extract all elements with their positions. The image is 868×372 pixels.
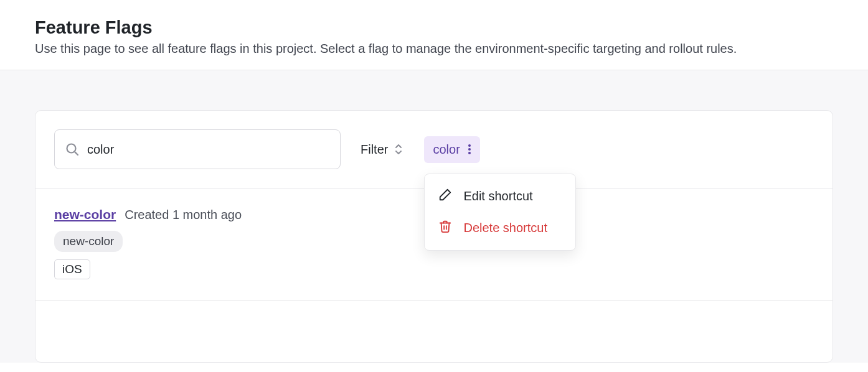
delete-shortcut-button[interactable]: Delete shortcut	[425, 212, 575, 244]
search-input[interactable]	[87, 142, 330, 157]
content-area: Filter color	[0, 70, 868, 363]
svg-point-4	[468, 152, 471, 154]
pencil-icon	[438, 188, 452, 205]
flag-tag-pill: new-color	[54, 231, 123, 252]
page-title: Feature Flags	[35, 17, 833, 38]
edit-shortcut-label: Edit shortcut	[463, 189, 532, 203]
flag-tag-box: iOS	[54, 259, 90, 279]
search-icon	[65, 142, 80, 157]
toolbar: Filter color	[35, 111, 833, 188]
delete-shortcut-label: Delete shortcut	[463, 221, 547, 235]
card-footer	[35, 301, 833, 362]
chevron-sort-icon	[393, 143, 404, 156]
edit-shortcut-button[interactable]: Edit shortcut	[425, 180, 575, 212]
svg-point-2	[468, 144, 471, 147]
search-field[interactable]	[54, 129, 341, 169]
trash-icon	[438, 220, 452, 236]
flag-tags-row-box: iOS	[54, 259, 814, 279]
flag-link-new-color[interactable]: new-color	[54, 207, 116, 222]
more-vertical-icon	[468, 143, 471, 156]
chip-dropdown: Edit shortcut Delete shor	[424, 174, 576, 251]
flags-card: Filter color	[35, 110, 833, 363]
filter-label: Filter	[361, 142, 388, 157]
filter-chip-wrap: color	[424, 136, 479, 163]
page-subtitle: Use this page to see all feature flags i…	[35, 42, 833, 56]
filter-chip-label: color	[433, 142, 460, 157]
page-header: Feature Flags Use this page to see all f…	[0, 0, 868, 70]
flag-created-meta: Created 1 month ago	[125, 208, 242, 222]
svg-line-1	[75, 152, 78, 155]
filter-button[interactable]: Filter	[358, 139, 407, 160]
svg-point-3	[468, 148, 471, 151]
filter-chip-color[interactable]: color	[424, 136, 479, 163]
